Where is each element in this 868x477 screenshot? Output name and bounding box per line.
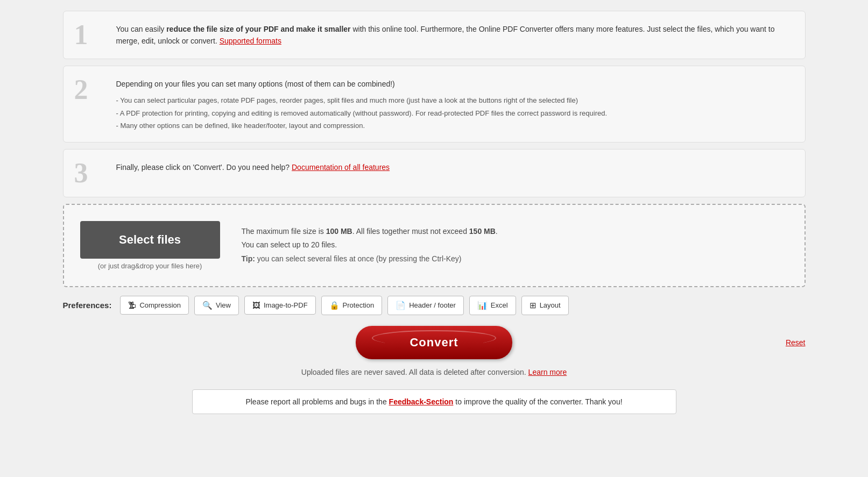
header-footer-label: Header / footer (409, 301, 456, 309)
layout-icon: ⊞ (530, 301, 537, 310)
excel-label: Excel (491, 301, 508, 309)
step-1-text: You can easily reduce the file size of y… (116, 23, 794, 47)
preferences-row: Preferences: 🗜 Compression 🔍 View 🖼 Imag… (63, 296, 806, 315)
bullet-2: - A PDF protection for printing, copying… (116, 107, 794, 119)
reset-link[interactable]: Reset (786, 338, 806, 347)
main-container: 1 You can easily reduce the file size of… (63, 11, 806, 414)
privacy-note: Uploaded files are never saved. All data… (63, 368, 806, 376)
file-info: The maximum file size is 100 MB. All fil… (242, 225, 498, 266)
max-size-mid: . All files together must not exceed (352, 227, 469, 236)
step-1-box: 1 You can easily reduce the file size of… (63, 11, 806, 59)
supported-formats-link[interactable]: Supported formats (220, 37, 281, 45)
step-1-content: You can easily reduce the file size of y… (116, 21, 794, 47)
excel-icon: 📊 (477, 301, 488, 310)
view-icon: 🔍 (202, 301, 213, 310)
step-2-box: 2 Depending on your files you can set ma… (63, 66, 806, 143)
select-count: You can select up to 20 files. (242, 238, 498, 252)
compression-icon: 🗜 (128, 301, 136, 310)
step-2-number: 2 (74, 76, 107, 104)
tip-text: Tip: you can select several files at onc… (242, 252, 498, 266)
feedback-text-after: to improve the quality of the converter.… (453, 397, 622, 406)
protection-label: Protection (343, 301, 375, 309)
image-to-pdf-label: Image-to-PDF (264, 301, 308, 309)
documentation-link[interactable]: Documentation of all features (292, 163, 390, 172)
feedback-link[interactable]: Feedback-Section (389, 397, 454, 406)
step-1-text-before: You can easily (116, 25, 167, 33)
max-size-150mb: 150 MB (469, 227, 496, 236)
header-footer-icon: 📄 (396, 301, 406, 310)
layout-btn[interactable]: ⊞ Layout (521, 296, 569, 315)
layout-label: Layout (540, 301, 561, 309)
max-size-end: . (496, 227, 498, 236)
step-3-number: 3 (74, 159, 107, 187)
convert-button[interactable]: Convert (356, 326, 512, 359)
view-label: View (216, 301, 231, 309)
protection-icon: 🔒 (329, 301, 340, 310)
step-3-text-before: Finally, please click on 'Convert'. Do y… (116, 163, 290, 172)
privacy-text: Uploaded files are never saved. All data… (301, 368, 526, 376)
step-3-box: 3 Finally, please click on 'Convert'. Do… (63, 149, 806, 197)
max-size-100mb: 100 MB (326, 227, 352, 236)
feedback-text-before: Please report all problems and bugs in t… (245, 397, 389, 406)
drag-drop-label: (or just drag&drop your files here) (98, 262, 202, 270)
max-size-info: The maximum file size is 100 MB. All fil… (242, 225, 498, 238)
select-files-wrapper: Select files (or just drag&drop your fil… (80, 221, 220, 270)
drop-zone[interactable]: Select files (or just drag&drop your fil… (63, 204, 806, 287)
tip-label: Tip: (242, 254, 255, 263)
step-2-main-text: Depending on your files you can set many… (116, 78, 794, 90)
step-1-number: 1 (74, 21, 107, 49)
tip-content: you can select several files at once (by… (255, 254, 462, 263)
preferences-label: Preferences: (63, 301, 112, 310)
header-footer-btn[interactable]: 📄 Header / footer (387, 296, 464, 315)
convert-row: Convert Reset (63, 326, 806, 359)
compression-btn[interactable]: 🗜 Compression (120, 296, 189, 315)
image-to-pdf-btn[interactable]: 🖼 Image-to-PDF (244, 296, 316, 315)
step-1-bold: reduce the file size of your PDF and mak… (166, 25, 350, 33)
step-3-text: Finally, please click on 'Convert'. Do y… (116, 161, 794, 173)
excel-btn[interactable]: 📊 Excel (469, 296, 516, 315)
step-2-content: Depending on your files you can set many… (116, 76, 794, 132)
bullet-3: - Many other options can be defined, lik… (116, 119, 794, 132)
compression-label: Compression (139, 301, 181, 309)
select-files-button[interactable]: Select files (80, 221, 220, 259)
image-to-pdf-icon: 🖼 (252, 301, 260, 310)
learn-more-link[interactable]: Learn more (528, 368, 567, 376)
step-2-bullets: - You can select particular pages, rotat… (116, 94, 794, 132)
max-size-before: The maximum file size is (242, 227, 326, 236)
bullet-1: - You can select particular pages, rotat… (116, 94, 794, 106)
step-3-content: Finally, please click on 'Convert'. Do y… (116, 159, 794, 173)
feedback-box: Please report all problems and bugs in t… (192, 389, 676, 414)
view-btn[interactable]: 🔍 View (194, 296, 239, 315)
protection-btn[interactable]: 🔒 Protection (321, 296, 383, 315)
